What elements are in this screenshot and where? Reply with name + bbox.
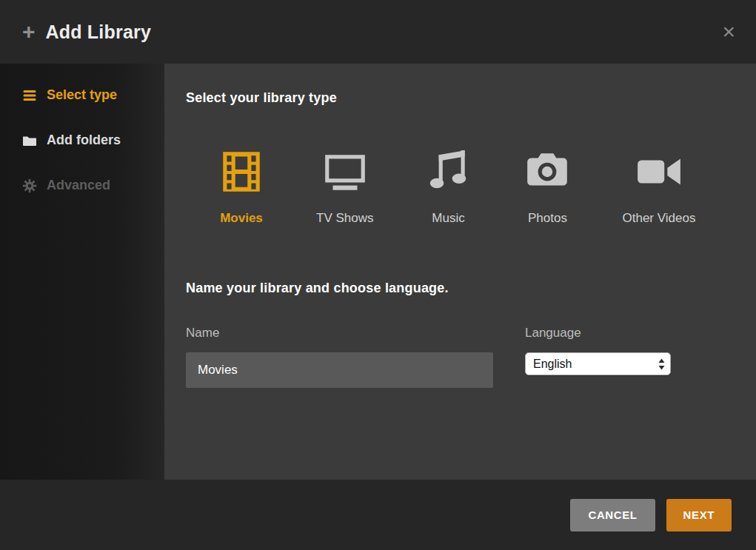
sidebar-item-label: Add folders (47, 133, 121, 148)
library-type-row: Movies TV Shows (217, 147, 734, 226)
library-type-section-title: Select your library type (186, 90, 734, 106)
language-select[interactable]: English (525, 352, 671, 375)
library-type-movies[interactable]: Movies (217, 147, 266, 226)
library-type-label: TV Shows (316, 211, 373, 226)
library-type-label: Other Videos (622, 211, 695, 226)
video-camera-icon (635, 147, 683, 196)
library-type-label: Movies (220, 211, 263, 226)
dialog-body: Select type Add folders (0, 64, 756, 480)
list-lines-icon (22, 88, 37, 103)
library-type-label: Music (432, 211, 464, 226)
add-library-dialog: + Add Library × Select type (0, 0, 756, 550)
folder-icon (22, 133, 37, 148)
library-type-music[interactable]: Music (424, 147, 472, 226)
language-selected-value: English (533, 358, 658, 371)
plus-icon: + (22, 21, 36, 43)
wizard-steps-sidebar: Select type Add folders (0, 64, 164, 480)
sidebar-item-label: Advanced (47, 178, 110, 193)
library-type-tv-shows[interactable]: TV Shows (316, 147, 373, 226)
tv-icon (321, 147, 369, 196)
main-content: Select your library type Movies TV Shows (164, 64, 756, 480)
sidebar-item-select-type[interactable]: Select type (0, 73, 164, 118)
name-section-title: Name your library and choose language. (186, 281, 734, 296)
sidebar-item-label: Select type (47, 87, 117, 103)
language-field-label: Language (525, 326, 671, 341)
dialog-title: Add Library (46, 21, 152, 43)
filmstrip-icon (217, 147, 266, 196)
cancel-button[interactable]: CANCEL (570, 499, 655, 531)
library-type-label: Photos (528, 211, 567, 226)
close-icon[interactable]: × (722, 21, 735, 43)
next-button[interactable]: NEXT (666, 499, 732, 531)
language-field-group: Language English (525, 326, 671, 388)
dialog-header: + Add Library × (0, 0, 756, 64)
camera-icon (523, 147, 572, 196)
name-field-group: Name (186, 326, 493, 388)
music-note-icon (424, 147, 472, 196)
name-field-label: Name (186, 326, 493, 341)
library-type-other-videos[interactable]: Other Videos (622, 147, 695, 226)
dialog-footer: CANCEL NEXT (0, 480, 756, 550)
library-name-input[interactable] (186, 352, 493, 388)
select-arrows-icon (658, 358, 666, 371)
sidebar-item-add-folders[interactable]: Add folders (0, 118, 164, 163)
sidebar-item-advanced[interactable]: Advanced (0, 163, 164, 208)
fields-row: Name Language English (186, 326, 734, 388)
gear-icon (22, 178, 37, 193)
library-type-photos[interactable]: Photos (523, 147, 572, 226)
